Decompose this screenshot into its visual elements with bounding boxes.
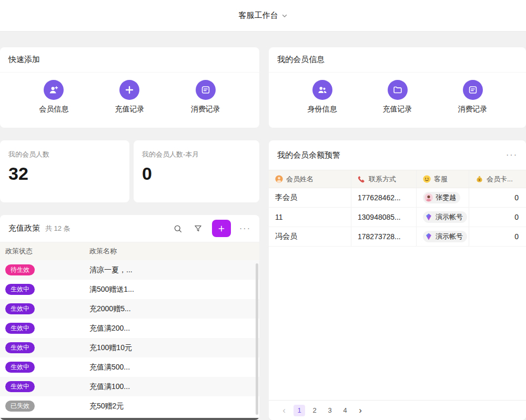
- recharge-policy-title: 充值政策: [8, 223, 40, 233]
- table-row[interactable]: 生效中 充值满200...: [0, 319, 259, 338]
- table-header-row: 政策状态 政策名称: [0, 242, 259, 260]
- folder-icon: [388, 80, 408, 100]
- pagination-next[interactable]: ›: [355, 405, 366, 416]
- person-add-icon: [44, 80, 64, 100]
- balance-alert-title: 我的会员余额预警: [277, 150, 340, 160]
- identity-info-label: 身份信息: [308, 105, 337, 114]
- pagination-page-3[interactable]: 3: [324, 405, 336, 416]
- table-row[interactable]: 生效中 充值满500...: [0, 357, 259, 377]
- member-consume-record-action[interactable]: 消费记录: [458, 80, 488, 114]
- table-row[interactable]: 11 130948085... 演示帐号 0: [269, 208, 526, 227]
- pagination-prev[interactable]: ‹: [278, 405, 290, 416]
- more-icon[interactable]: ···: [506, 151, 518, 159]
- quick-add-recharge-record-label: 充值记录: [115, 105, 144, 114]
- policy-name: 充2000赠5...: [85, 304, 259, 314]
- vertical-scrollbar[interactable]: [256, 263, 258, 415]
- member-agent: 演示帐号: [417, 208, 469, 227]
- status-badge: 已失效: [5, 401, 35, 412]
- policy-name: 充50赠2元: [85, 402, 259, 411]
- people-icon: [312, 80, 332, 100]
- member-name: 李会员: [269, 188, 351, 207]
- policy-count: 共 12 条: [45, 224, 70, 233]
- gem-avatar-icon: [424, 232, 433, 241]
- horizontal-scrollbar[interactable]: [0, 418, 259, 420]
- policy-name: 充100赠10元: [85, 343, 259, 353]
- quick-add-card: 快速添加 会员信息 充值记录 消费记录: [0, 47, 259, 128]
- quick-add-consume-record-label: 消费记录: [191, 105, 220, 114]
- recharge-policy-card: 充值政策 共 12 条 ··· 政策状态 政策名称 待生效 清凉一夏，... 生…: [0, 215, 259, 420]
- status-badge: 生效中: [5, 303, 35, 315]
- member-name: 11: [269, 208, 351, 227]
- table-row[interactable]: 已失效 充50赠2元: [0, 396, 259, 416]
- my-member-info-title: 我的会员信息: [269, 47, 526, 73]
- pagination-page-4[interactable]: 4: [339, 405, 351, 416]
- member-balance: 0: [469, 188, 526, 207]
- money-icon: ¥: [476, 175, 483, 183]
- top-bar: 客服工作台: [0, 0, 526, 32]
- status-badge: 生效中: [5, 342, 35, 354]
- search-icon[interactable]: [172, 223, 184, 234]
- quick-add-member-info[interactable]: 会员信息: [39, 80, 68, 114]
- balance-alert-card: 我的会员余额预警 ··· 会员姓名 联系方式 客服 ¥ 会员卡... 李会员: [269, 140, 526, 420]
- table-row[interactable]: 待生效 清凉一夏，...: [0, 260, 259, 280]
- member-icon: [275, 175, 283, 183]
- quick-add-actions: 会员信息 充值记录 消费记录: [0, 73, 259, 114]
- table-row[interactable]: 冯会员 178273728... 演示帐号 0: [269, 227, 526, 247]
- workspace-switcher[interactable]: 客服工作台: [239, 11, 288, 21]
- receipt-icon: [196, 80, 216, 100]
- my-member-info-card: 我的会员信息 身份信息 充值记录 消费记录: [269, 47, 526, 128]
- table-row[interactable]: 生效中 满500赠送1...: [0, 280, 259, 299]
- column-agent: 客服: [417, 170, 469, 188]
- policy-name: 充值满500...: [85, 363, 259, 372]
- status-badge: 生效中: [5, 362, 35, 373]
- member-name: 冯会员: [269, 227, 351, 246]
- pagination-page-1[interactable]: 1: [294, 405, 305, 416]
- table-row[interactable]: 生效中 充100赠10元: [0, 338, 259, 357]
- stat-label: 我的会员人数-本月: [134, 140, 259, 159]
- quick-add-consume-record[interactable]: 消费记录: [191, 80, 220, 114]
- column-member-card: ¥ 会员卡...: [469, 170, 526, 188]
- table-row[interactable]: 生效中 充值满100...: [0, 377, 259, 396]
- stat-card-member-count: 我的会员人数 32: [0, 140, 129, 202]
- plus-icon: [217, 224, 226, 233]
- pagination-page-2[interactable]: 2: [309, 405, 320, 416]
- member-balance: 0: [469, 227, 526, 246]
- phone-icon: [358, 175, 366, 183]
- page-title: 客服工作台: [239, 11, 278, 21]
- pagination: ‹ 1 2 3 4 ›: [269, 400, 526, 420]
- member-balance: 0: [469, 208, 526, 227]
- stat-card-member-count-month: 我的会员人数-本月 0: [134, 140, 259, 202]
- status-badge: 生效中: [5, 381, 35, 393]
- chevron-down-icon: [281, 13, 288, 19]
- member-recharge-record-label: 充值记录: [383, 105, 412, 114]
- gem-avatar-icon: [424, 213, 433, 221]
- column-policy-name: 政策名称: [85, 247, 259, 256]
- stat-value: 32: [0, 159, 129, 184]
- avatar: [424, 193, 433, 202]
- member-phone: 130948085...: [351, 208, 417, 227]
- column-contact: 联系方式: [351, 170, 417, 188]
- member-agent: 张雯越: [417, 188, 469, 207]
- add-policy-button[interactable]: [212, 220, 231, 237]
- status-badge: 生效中: [5, 323, 35, 334]
- member-recharge-record-action[interactable]: 充值记录: [383, 80, 412, 114]
- quick-add-member-info-label: 会员信息: [39, 105, 68, 114]
- more-icon[interactable]: ···: [239, 224, 251, 233]
- table-header-row: 会员姓名 联系方式 客服 ¥ 会员卡...: [269, 170, 526, 188]
- member-phone: 177628462...: [351, 188, 417, 207]
- filter-icon[interactable]: [192, 223, 204, 234]
- member-consume-record-label: 消费记录: [458, 105, 488, 114]
- status-badge: 生效中: [5, 284, 35, 295]
- receipt-icon: [463, 80, 483, 100]
- stat-label: 我的会员人数: [0, 140, 129, 159]
- quick-add-recharge-record[interactable]: 充值记录: [115, 80, 144, 114]
- my-member-info-actions: 身份信息 充值记录 消费记录: [269, 73, 526, 114]
- policy-name: 充值满200...: [85, 324, 259, 333]
- identity-info-action[interactable]: 身份信息: [308, 80, 337, 114]
- column-policy-status: 政策状态: [0, 247, 85, 256]
- table-row[interactable]: 李会员 177628462... 张雯越 0: [269, 188, 526, 208]
- stat-value: 0: [134, 159, 259, 184]
- table-row[interactable]: 生效中 充2000赠5...: [0, 299, 259, 319]
- member-phone: 178273728...: [351, 227, 417, 246]
- smiley-icon: [423, 175, 431, 183]
